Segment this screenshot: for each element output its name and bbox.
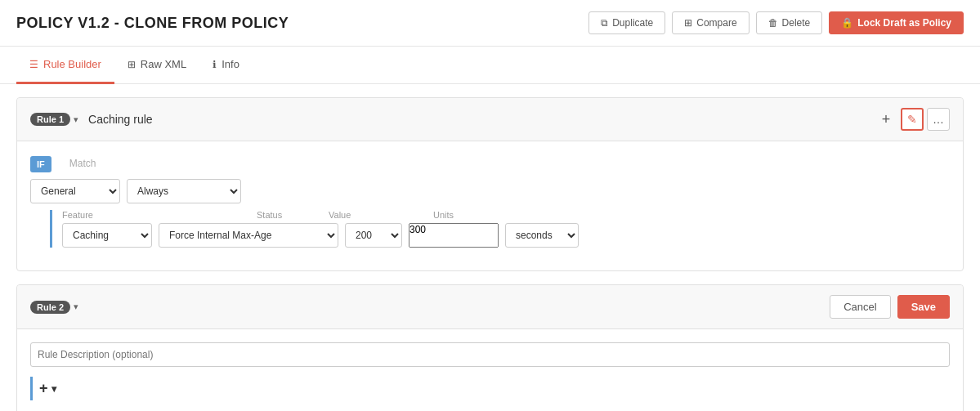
page-header: POLICY V1.2 - CLONE FROM POLICY ⧉ Duplic… [0, 0, 980, 47]
feature-row: Caching Force Internal Max-Age 200 300 s… [62, 223, 579, 248]
if-block: IF Match General Always Fe [30, 154, 950, 248]
compare-button[interactable]: ⊞ Compare [672, 11, 749, 34]
duplicate-button[interactable]: ⧉ Duplicate [588, 11, 665, 34]
force-max-age-select[interactable]: Force Internal Max-Age [159, 223, 338, 248]
tabs-bar: ☰ Rule Builder ⊞ Raw XML ℹ Info [0, 47, 980, 84]
rule-1-body: IF Match General Always Fe [17, 141, 963, 270]
feature-labels-row: Feature Status Value Units [62, 210, 579, 220]
feature-section: Feature Status Value Units Caching Force… [50, 210, 579, 248]
general-condition-row: General Always [30, 179, 579, 203]
cancel-button[interactable]: Cancel [830, 295, 890, 319]
general-select[interactable]: General [30, 179, 120, 203]
info-icon: ℹ [213, 59, 217, 70]
if-label: IF [30, 156, 51, 172]
feature-col-label: Feature [62, 210, 250, 220]
rule-1-badge: Rule 1 [30, 113, 70, 126]
rule-1-more-button[interactable]: … [927, 108, 950, 131]
rule-2-badge: Rule 2 [30, 301, 70, 314]
value-col-label: Value [329, 210, 427, 220]
save-button[interactable]: Save [897, 295, 950, 319]
lock-draft-button[interactable]: 🔒 Lock Draft as Policy [829, 11, 964, 34]
units-select[interactable]: seconds minutes hours [505, 223, 579, 248]
delete-button[interactable]: 🗑 Delete [756, 11, 823, 34]
tab-raw-xml[interactable]: ⊞ Raw XML [114, 47, 199, 84]
rule-1-edit-button[interactable]: ✎ [901, 108, 924, 131]
rule-2-card: Rule 2 ▾ Cancel Save + ▾ [16, 284, 964, 411]
rule-builder-icon: ☰ [29, 59, 38, 70]
compare-icon: ⊞ [684, 17, 692, 29]
status-select[interactable]: 200 [345, 223, 402, 248]
lock-icon: 🔒 [841, 17, 853, 29]
raw-xml-icon: ⊞ [128, 59, 136, 70]
match-label: Match [69, 158, 96, 169]
always-select[interactable]: Always [127, 179, 241, 203]
rule-1-title: Caching rule [88, 113, 875, 126]
tab-info[interactable]: ℹ Info [199, 47, 253, 84]
units-col-label: Units [433, 210, 515, 220]
delete-icon: 🗑 [768, 17, 778, 29]
rule-1-actions: + ✎ … [875, 108, 950, 131]
duplicate-icon: ⧉ [601, 17, 608, 29]
add-condition-dropdown-icon[interactable]: ▾ [51, 383, 56, 395]
rule-2-header: Rule 2 ▾ Cancel Save [17, 285, 963, 329]
page-title: POLICY V1.2 - CLONE FROM POLICY [16, 15, 289, 32]
rule-2-header-actions: Cancel Save [830, 295, 950, 319]
rule-1-header: Rule 1 ▾ Caching rule + ✎ … [17, 98, 963, 141]
status-col-label: Status [257, 210, 322, 220]
header-actions: ⧉ Duplicate ⊞ Compare 🗑 Delete 🔒 Lock Dr… [588, 11, 964, 34]
main-content: Rule 1 ▾ Caching rule + ✎ … IF Match [0, 84, 980, 411]
plus-icon: + [39, 380, 48, 397]
rule-2-chevron[interactable]: ▾ [74, 302, 78, 312]
add-condition-button[interactable]: + ▾ [30, 377, 60, 400]
rule-1-card: Rule 1 ▾ Caching rule + ✎ … IF Match [16, 97, 964, 271]
rule-1-chevron[interactable]: ▾ [74, 114, 78, 125]
rule-1-add-button[interactable]: + [875, 108, 897, 131]
tab-rule-builder[interactable]: ☰ Rule Builder [16, 47, 114, 84]
rule-description-input[interactable] [30, 342, 950, 367]
rule-2-body: + ▾ [17, 329, 963, 411]
value-input[interactable]: 300 [409, 223, 499, 248]
caching-select[interactable]: Caching [62, 223, 152, 248]
